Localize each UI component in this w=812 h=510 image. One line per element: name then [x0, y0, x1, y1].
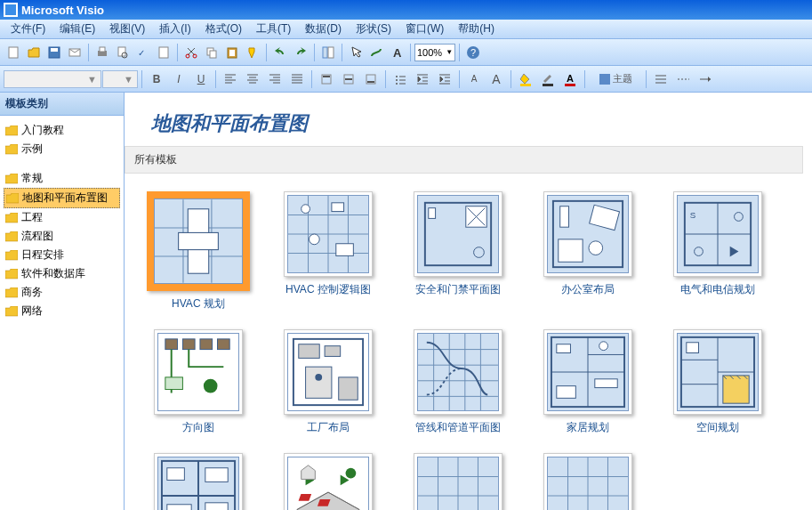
menu-edit[interactable]: 编辑(E): [52, 20, 102, 38]
save-button[interactable]: [44, 43, 64, 62]
zoom-combo[interactable]: 100% ▼: [414, 44, 455, 61]
template-item[interactable]: S电气和电信规划: [662, 191, 774, 312]
template-item[interactable]: 平面布置图: [142, 453, 254, 510]
pointer-tool-button[interactable]: [346, 43, 366, 62]
new-button[interactable]: [4, 43, 23, 62]
menu-window[interactable]: 窗口(W): [398, 20, 451, 38]
shapes-panel-button[interactable]: [318, 43, 338, 62]
print-button[interactable]: [92, 43, 112, 62]
italic-button[interactable]: I: [168, 69, 189, 89]
increase-font-button[interactable]: A: [486, 69, 507, 89]
line-pattern-button[interactable]: [672, 69, 694, 89]
align-top-button[interactable]: [316, 69, 337, 89]
template-item[interactable]: HVAC 规划: [142, 191, 254, 312]
increase-indent-button[interactable]: [434, 69, 455, 89]
sidebar-item[interactable]: 示例: [4, 140, 120, 158]
research-button[interactable]: [154, 43, 173, 62]
template-item[interactable]: 方向图: [142, 329, 254, 435]
template-item[interactable]: [402, 453, 514, 510]
format-painter-button[interactable]: [243, 43, 262, 62]
sidebar-item[interactable]: 入门教程: [4, 121, 120, 140]
underline-button[interactable]: U: [190, 69, 212, 89]
decrease-indent-button[interactable]: [412, 69, 433, 89]
menu-file[interactable]: 文件(F): [4, 20, 52, 38]
copy-button[interactable]: [202, 43, 221, 62]
template-item[interactable]: 安全和门禁平面图: [402, 191, 514, 312]
svg-rect-33: [599, 74, 610, 85]
sidebar-item-label: 工程: [21, 210, 43, 225]
menu-view[interactable]: 视图(V): [102, 20, 152, 38]
toolbar-separator: [511, 70, 511, 88]
sidebar-item[interactable]: 地图和平面布置图: [4, 188, 120, 208]
sidebar-item[interactable]: 流程图: [4, 227, 120, 246]
svg-rect-82: [687, 343, 699, 353]
template-thumbnail: [284, 329, 373, 415]
svg-text:A: A: [567, 73, 574, 84]
align-bottom-button[interactable]: [360, 69, 382, 89]
sidebar-item[interactable]: 工程: [4, 208, 120, 227]
svg-rect-45: [429, 208, 436, 219]
sidebar-item[interactable]: 软件和数据库: [4, 264, 120, 283]
menu-shape[interactable]: 形状(S): [349, 20, 398, 38]
align-center-button[interactable]: [242, 69, 263, 89]
template-item[interactable]: HVAC 控制逻辑图: [272, 191, 384, 312]
fill-color-button[interactable]: [515, 69, 536, 89]
template-item[interactable]: 管线和管道平面图: [402, 329, 514, 435]
align-middle-button[interactable]: [338, 69, 359, 89]
menu-insert[interactable]: 插入(I): [152, 20, 197, 38]
font-color-button[interactable]: A: [559, 69, 581, 89]
align-justify-button[interactable]: [286, 69, 308, 89]
connector-tool-button[interactable]: [366, 43, 386, 62]
svg-rect-62: [218, 339, 230, 350]
line-ends-button[interactable]: [695, 69, 716, 89]
font-size-combo[interactable]: ▼: [102, 70, 138, 88]
template-item[interactable]: 工厂布局: [272, 329, 384, 435]
folder-icon: [5, 269, 18, 279]
decrease-font-button[interactable]: A: [463, 69, 485, 89]
bold-button[interactable]: B: [146, 69, 167, 89]
theme-button[interactable]: 主题: [589, 69, 642, 89]
sidebar-item[interactable]: 常规: [4, 169, 120, 188]
bullets-button[interactable]: [390, 69, 411, 89]
undo-button[interactable]: [270, 43, 290, 62]
svg-point-70: [315, 374, 322, 381]
paste-button[interactable]: [222, 43, 242, 62]
font-combo[interactable]: ▼: [4, 70, 101, 88]
menu-tools[interactable]: 工具(T): [249, 20, 298, 38]
help-button[interactable]: ?: [463, 43, 483, 62]
sidebar-item[interactable]: 日程安排: [4, 246, 120, 264]
template-thumbnail: [147, 191, 250, 291]
svg-rect-49: [559, 239, 583, 262]
align-left-button[interactable]: [220, 69, 241, 89]
cut-button[interactable]: [181, 43, 201, 62]
spelling-button[interactable]: ✓: [133, 43, 153, 62]
template-label: 电气和电信规划: [680, 282, 755, 297]
template-item[interactable]: 办公室布局: [532, 191, 644, 312]
template-item[interactable]: 家居规划: [532, 329, 644, 435]
align-right-button[interactable]: [264, 69, 285, 89]
svg-rect-18: [323, 47, 327, 58]
template-item[interactable]: 空间规划: [662, 329, 774, 435]
menu-data[interactable]: 数据(D): [298, 20, 349, 38]
mail-button[interactable]: [65, 43, 84, 62]
svg-rect-17: [229, 50, 235, 56]
template-label: 方向图: [182, 420, 214, 435]
line-color-button[interactable]: [537, 69, 559, 89]
svg-point-64: [204, 379, 218, 393]
standard-toolbar: ✓ A 100% ▼ ?: [0, 39, 812, 66]
svg-rect-19: [328, 47, 334, 58]
template-item[interactable]: 三维方向图: [272, 453, 384, 510]
menu-help[interactable]: 帮助(H): [451, 20, 502, 38]
menu-bar: 文件(F) 编辑(E) 视图(V) 插入(I) 格式(O) 工具(T) 数据(D…: [0, 20, 812, 39]
open-button[interactable]: [24, 43, 44, 62]
sidebar-item-label: 常规: [21, 171, 43, 186]
menu-format[interactable]: 格式(O): [198, 20, 249, 38]
toolbar-separator: [646, 70, 647, 88]
line-weight-button[interactable]: [650, 69, 671, 89]
print-preview-button[interactable]: [113, 43, 133, 62]
redo-button[interactable]: [291, 43, 310, 62]
text-tool-button[interactable]: A: [387, 43, 406, 62]
sidebar-item[interactable]: 网络: [4, 302, 120, 320]
sidebar-item[interactable]: 商务: [4, 283, 120, 302]
template-item[interactable]: [532, 453, 644, 510]
